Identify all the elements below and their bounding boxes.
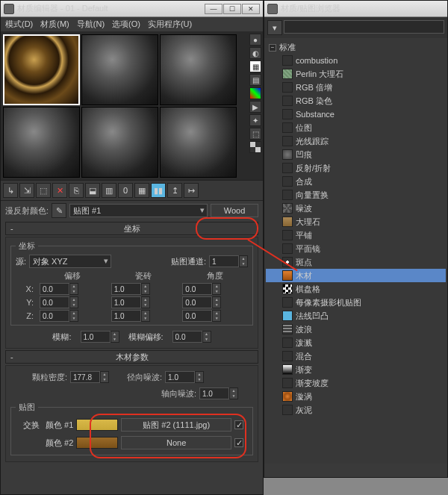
tree-item[interactable]: RGB 染色 (266, 94, 446, 108)
sample-slot-1[interactable] (3, 34, 80, 105)
put-to-lib-icon[interactable]: ▥ (102, 183, 116, 198)
map-type-icon (282, 190, 293, 200)
color2-swatch[interactable] (76, 437, 118, 449)
tree-item[interactable]: Substance (266, 108, 446, 121)
angle-z[interactable]: ▲▼ (182, 310, 248, 322)
sample-slot-4[interactable] (3, 107, 80, 178)
rollout-coordinates[interactable]: 坐标 (5, 222, 258, 235)
offset-x[interactable]: ▲▼ (40, 283, 105, 295)
close-button[interactable]: ✕ (242, 4, 260, 14)
tree-item[interactable]: 凹痕 (266, 148, 446, 161)
offset-z[interactable]: ▲▼ (40, 310, 105, 322)
options-icon[interactable]: ✦ (249, 114, 261, 126)
menu-options[interactable]: 选项(O) (112, 19, 140, 30)
make-copy-icon[interactable]: ⎘ (69, 183, 84, 198)
tree-item[interactable]: 每像素摄影机贴图 (266, 296, 446, 309)
tree-item[interactable]: 平铺 (266, 228, 446, 242)
axial-noise[interactable]: ▲▼ (199, 387, 238, 399)
mapchannel-spinner[interactable]: ▲▼ (209, 255, 248, 267)
sample-type-icon[interactable]: ● (249, 34, 261, 46)
tree-item[interactable]: 斑点 (266, 255, 446, 269)
tiling-y[interactable]: ▲▼ (111, 296, 177, 308)
tree-item[interactable]: 合成 (266, 175, 446, 188)
color1-swatch[interactable] (76, 419, 118, 431)
search-input[interactable] (284, 20, 444, 34)
make-unique-icon[interactable]: ⬓ (85, 183, 100, 198)
color2-map-button[interactable]: None (121, 436, 231, 449)
angle-x[interactable]: ▲▼ (182, 283, 248, 295)
select-by-mat-icon[interactable]: ⬚ (249, 128, 261, 140)
rollout-wood-params[interactable]: 木材参数 (5, 350, 258, 364)
go-parent-icon[interactable]: ↥ (167, 183, 182, 198)
tree-item[interactable]: 灰泥 (266, 403, 446, 417)
tree-item[interactable]: 漩涡 (266, 390, 446, 403)
sample-slot-2[interactable] (81, 34, 158, 105)
make-preview-icon[interactable]: ▶ (249, 101, 261, 113)
maximize-button[interactable]: ☐ (223, 4, 241, 14)
grain-thickness[interactable]: ▲▼ (70, 371, 109, 383)
tree-item[interactable]: 波浪 (266, 323, 446, 336)
tree-item[interactable]: 渐变 (266, 363, 446, 376)
map-tree: − 标准 combustionPerlin 大理石RGB 倍增RGB 染色Sub… (264, 38, 447, 464)
assign-icon[interactable]: ⬚ (36, 183, 51, 198)
tree-item[interactable]: 噪波 (266, 202, 446, 215)
show-in-vp-icon[interactable]: ▦ (134, 183, 149, 198)
tree-item[interactable]: 渐变坡度 (266, 376, 446, 390)
map-type-button[interactable]: Wood (211, 204, 258, 217)
tree-item[interactable]: 棋盘格 (266, 282, 446, 296)
tiling-x[interactable]: ▲▼ (111, 283, 177, 295)
tree-item[interactable]: 光线跟踪 (266, 134, 446, 148)
tree-item[interactable]: 泼溅 (266, 336, 446, 349)
map-type-icon (282, 136, 293, 146)
color2-map-check[interactable]: ✓ (234, 438, 243, 447)
sample-uv-icon[interactable]: ▤ (249, 74, 261, 86)
menu-mode[interactable]: 模式(D) (5, 19, 33, 30)
material-map-nav-icon[interactable] (249, 141, 261, 153)
radial-noise[interactable]: ▲▼ (165, 371, 204, 383)
category-standard[interactable]: − 标准 (266, 41, 446, 54)
search-options-icon[interactable]: ▾ (267, 20, 282, 35)
bluroffset-spinner[interactable]: ▲▼ (172, 331, 211, 343)
go-forward-icon[interactable]: ↦ (184, 183, 199, 198)
color1-map-check[interactable]: ✓ (234, 420, 243, 429)
reset-icon[interactable]: ✕ (52, 183, 67, 198)
background-icon[interactable]: ▦ (249, 60, 261, 72)
swap-button[interactable]: 交换 (20, 420, 43, 431)
tree-item[interactable]: RGB 倍增 (266, 81, 446, 94)
color1-map-button[interactable]: 贴图 #2 (1111.jpg) (121, 418, 231, 432)
offset-y[interactable]: ▲▼ (40, 296, 105, 308)
angle-y[interactable]: ▲▼ (182, 296, 248, 308)
tree-item[interactable]: 木材 (266, 269, 446, 282)
blur-spinner[interactable]: ▲▼ (81, 331, 119, 343)
show-end-result-icon[interactable]: ▮▮ (151, 183, 166, 198)
put-to-scene-icon[interactable]: ⇲ (19, 183, 34, 198)
menu-utilities[interactable]: 实用程序(U) (148, 19, 192, 30)
menu-navigate[interactable]: 导航(N) (77, 19, 105, 30)
tree-item[interactable]: 混合 (266, 349, 446, 363)
map-name-dropdown[interactable]: 贴图 #1 (69, 204, 208, 217)
tree-item[interactable]: 平面镜 (266, 242, 446, 255)
source-dropdown[interactable]: 对象 XYZ (29, 255, 111, 268)
tree-item[interactable]: 大理石 (266, 215, 446, 228)
material-id-icon[interactable]: 0 (118, 183, 133, 198)
tree-item[interactable]: combustion (266, 54, 446, 67)
collapse-icon[interactable]: − (269, 44, 276, 52)
tiling-z[interactable]: ▲▼ (111, 310, 177, 322)
minimize-button[interactable]: — (205, 4, 223, 14)
sample-slot-5[interactable] (81, 107, 158, 178)
get-material-icon[interactable]: ↳ (3, 183, 18, 198)
browser-titlebar[interactable]: 材质/贴图浏览器 (264, 1, 447, 17)
tree-item[interactable]: 位图 (266, 121, 446, 134)
tree-item[interactable]: Perlin 大理石 (266, 67, 446, 81)
backlight-icon[interactable]: ◐ (249, 47, 261, 59)
pick-icon[interactable]: ✎ (52, 203, 66, 218)
tree-item-label: 渐变 (296, 364, 312, 376)
sample-slot-3[interactable] (160, 34, 237, 105)
tree-item[interactable]: 反射/折射 (266, 161, 446, 175)
tree-item[interactable]: 法线凹凸 (266, 309, 446, 323)
editor-titlebar[interactable]: 材质编辑器 - 01 - Default — ☐ ✕ (1, 1, 263, 17)
sample-slot-6[interactable] (160, 107, 237, 178)
video-color-icon[interactable] (249, 87, 261, 99)
tree-item[interactable]: 向量置换 (266, 188, 446, 202)
menu-material[interactable]: 材质(M) (40, 19, 69, 30)
